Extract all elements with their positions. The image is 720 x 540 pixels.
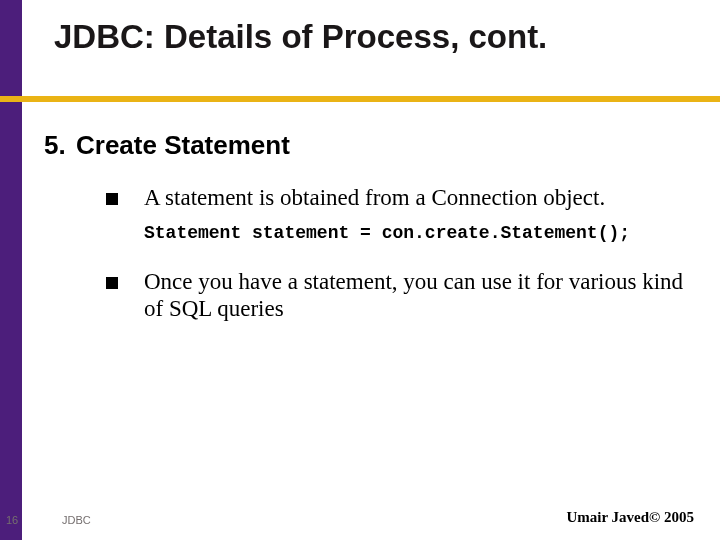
square-bullet-icon: [106, 277, 118, 289]
footer-label: JDBC: [62, 514, 91, 526]
slide-header: JDBC: Details of Process, cont.: [0, 0, 720, 96]
square-bullet-icon: [106, 193, 118, 205]
slide: JDBC: Details of Process, cont. 5. Creat…: [0, 0, 720, 540]
bullet-item: Once you have a statement, you can use i…: [106, 269, 700, 322]
slide-footer: 16 JDBC Umair Javed© 2005: [0, 500, 720, 540]
slide-body: 5. Create Statement A statement is obtai…: [44, 130, 700, 480]
section-number: 5.: [44, 130, 76, 161]
slide-title: JDBC: Details of Process, cont.: [54, 18, 720, 56]
bullet-item: A statement is obtained from a Connectio…: [106, 185, 700, 211]
code-snippet: Statement statement = con.create.Stateme…: [144, 223, 700, 243]
page-number: 16: [6, 514, 18, 526]
section-heading-row: 5. Create Statement: [44, 130, 700, 161]
copyright-text: Umair Javed© 2005: [566, 509, 694, 526]
section-heading: Create Statement: [76, 130, 290, 161]
bullet-text: A statement is obtained from a Connectio…: [144, 185, 605, 211]
header-divider: [0, 96, 720, 102]
bullet-text: Once you have a statement, you can use i…: [144, 269, 684, 322]
